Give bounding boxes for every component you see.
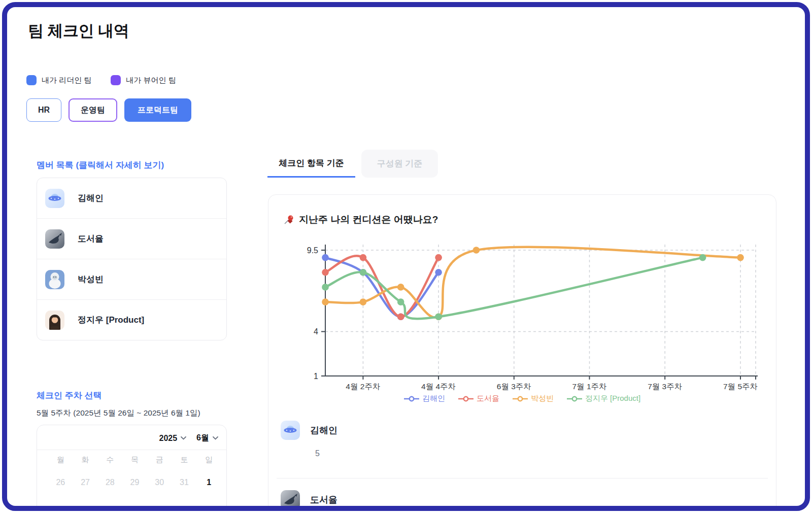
line-marker-icon [567,396,582,402]
ufo-avatar-icon [281,421,300,440]
chart-legend: 김해인도서율박성빈정지우 [Product] [268,394,776,403]
team-button-3[interactable]: 프로덕트팀 [124,98,191,122]
chart-legend-item: 박성빈 [513,394,554,403]
svg-text:4월 2주차: 4월 2주차 [346,382,380,391]
member-row[interactable]: 도서율 [37,218,226,259]
weekday-label: 수 [97,455,122,465]
legend-swatch [26,75,37,85]
calendar-day[interactable]: 26 [48,478,73,487]
member-name: 김해인 [78,192,104,204]
checkin-chart-card: 지난주 나의 컨디션은 어땠나요? 9.5414월 2주차4월 4주차6월 3주… [268,194,776,511]
avatar [45,270,64,289]
calendar-day[interactable]: 30 [147,478,172,487]
member-name: 도서율 [78,233,104,245]
member-answer-header: 도서율 [281,490,768,509]
member-row[interactable]: 박성빈 [37,259,226,299]
whale-avatar-icon [281,490,300,509]
chart-legend-label: 박성빈 [531,394,554,403]
chart-legend-label: 정지우 [Product] [585,394,640,403]
answer-value: 5 [315,449,768,459]
app-window: 팀 체크인 내역 내가 리더인 팀내가 뷰어인 팀 HR운영팀프로덕트팀 멤버 … [2,2,810,511]
chart-legend-item: 김해인 [404,394,445,403]
legend-swatch [111,75,121,85]
svg-text:9.5: 9.5 [307,246,318,255]
line-marker-icon [513,396,528,402]
chart-legend-item: 정지우 [Product] [567,394,640,403]
selected-week-label: 5월 5주차 (2025년 5월 26일 ~ 2025년 6월 1일) [37,408,200,419]
member-row[interactable]: 김해인 [37,178,226,218]
team-button-2[interactable]: 운영팀 [69,98,117,122]
calendar-weekday-row: 월화수목금토일 [37,455,226,465]
weekday-label: 월 [48,455,73,465]
member-answers: 김해인5 도서율 [281,421,768,511]
calendar-day[interactable]: 31 [172,478,197,487]
weekday-label: 금 [147,455,172,465]
member-name: 정지우 [Product] [78,314,144,326]
legend-label: 내가 리더인 팀 [42,76,91,85]
calendar-day[interactable]: 1 [196,478,221,487]
svg-text:6월 3주차: 6월 3주차 [497,382,531,391]
chevron-down-icon [181,436,186,440]
chevron-down-icon [213,436,218,440]
team-button-1[interactable]: HR [26,98,61,122]
member-answer-header: 김해인 [281,421,768,440]
team-legend: 내가 리더인 팀내가 뷰어인 팀 [26,75,176,85]
weekday-label: 일 [196,455,221,465]
chart-title-row: 지난주 나의 컨디션은 어땠나요? [283,213,438,226]
month-select[interactable]: 6월 [196,433,218,443]
whale-avatar-icon [45,229,64,249]
calendar-days-row: 2627282930311 [37,478,226,487]
woman-avatar-icon [45,311,64,330]
condition-line-chart: 9.5414월 2주차4월 4주차6월 3주차7월 1주차7월 3주차7월 5주… [268,235,776,392]
avatar [45,311,64,330]
chart-title: 지난주 나의 컨디션은 어땠나요? [299,213,438,226]
svg-text:7월 5주차: 7월 5주차 [723,382,758,391]
ufo-avatar-icon [45,189,64,208]
avatar [45,229,64,249]
svg-text:7월 3주차: 7월 3주차 [648,382,682,391]
member-answer-row: 도서율 [281,490,768,511]
tab-members[interactable]: 구성원 기준 [361,150,438,178]
chart-legend-item: 도서율 [458,394,499,403]
chart-legend-label: 김해인 [422,394,445,403]
calendar-header: 2025 6월 [37,425,226,450]
team-legend-item: 내가 뷰어인 팀 [111,75,176,85]
member-answer-row: 김해인5 [281,421,768,459]
month-value: 6월 [196,433,209,443]
calendar-day[interactable]: 29 [122,478,147,487]
team-legend-item: 내가 리더인 팀 [26,75,91,85]
legend-label: 내가 뷰어인 팀 [126,76,176,85]
week-picker-title: 체크인 주차 선택 [37,390,101,401]
member-name: 김해인 [310,424,337,436]
year-value: 2025 [159,434,178,443]
weekday-label: 목 [122,455,147,465]
weekday-label: 토 [172,455,197,465]
page-title: 팀 체크인 내역 [28,20,129,42]
member-name: 도서율 [310,494,337,506]
member-row[interactable]: 정지우 [Product] [37,299,226,340]
calendar: 2025 6월 월화수목금토일 2627282930311 [37,425,227,511]
chart-legend-label: 도서율 [477,394,499,403]
member-list-title: 멤버 목록 (클릭해서 자세히 보기) [37,159,164,171]
pushpin-icon [283,214,294,225]
member-list: 김해인 도서율 박성빈 정지우 [Product] [37,178,227,340]
avatar [281,421,300,440]
svg-text:4월 4주차: 4월 4주차 [421,382,456,391]
svg-text:7월 1주차: 7월 1주차 [572,382,606,391]
team-filter-buttons: HR운영팀프로덕트팀 [26,98,191,122]
svg-text:4: 4 [314,327,318,336]
calendar-day[interactable]: 27 [73,478,98,487]
avatar [45,189,64,208]
weekday-label: 화 [73,455,98,465]
line-marker-icon [458,396,473,402]
avatar [281,490,300,509]
svg-text:1: 1 [314,372,318,381]
tabs: 체크인 항목 기준구성원 기준 [267,150,438,178]
calendar-day[interactable]: 28 [97,478,122,487]
tab-checkin-items[interactable]: 체크인 항목 기준 [267,150,355,178]
yeti-avatar-icon [45,270,64,289]
line-marker-icon [404,396,419,402]
divider [277,478,768,478]
year-select[interactable]: 2025 [159,434,187,443]
member-name: 박성빈 [78,273,104,285]
